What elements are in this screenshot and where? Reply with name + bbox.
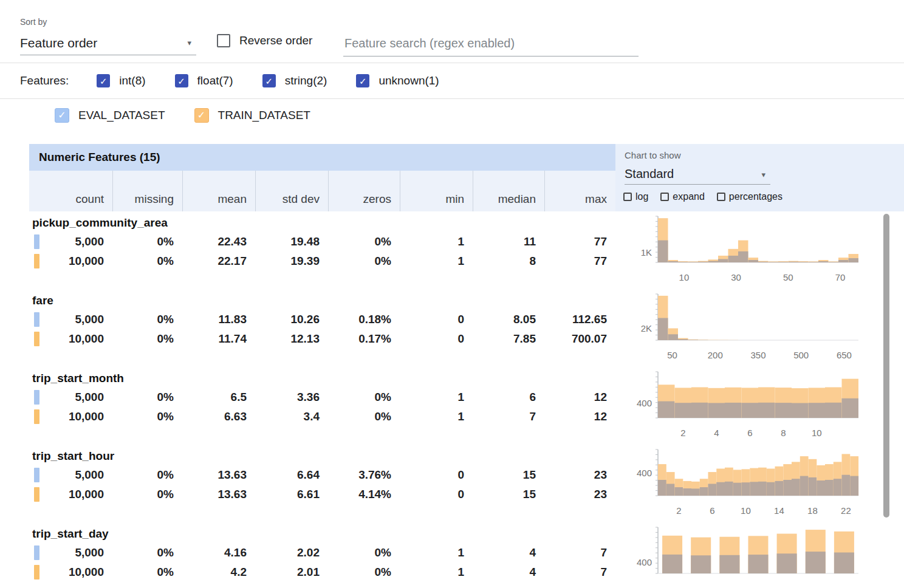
stat-cell: 7	[544, 543, 615, 562]
svg-text:50: 50	[667, 350, 677, 360]
stat-cell: 12.13	[255, 329, 328, 349]
feature-stats-rows: pickup_community_area5,0000%22.4319.480%…	[29, 211, 615, 588]
percentages-label: percentages	[729, 191, 782, 202]
table-column-headers: countmissingmeanstd devzerosminmedianmax	[29, 171, 615, 211]
feature-name: trip_start_hour	[29, 447, 615, 465]
svg-text:22: 22	[841, 505, 851, 516]
column-header-min: min	[400, 171, 473, 211]
chart-to-show-label: Chart to show	[625, 150, 681, 160]
train-stats-row: 10,0000%22.1719.390%1877	[29, 251, 615, 271]
svg-text:2: 2	[680, 428, 685, 438]
stat-cell: 3.76%	[328, 465, 400, 485]
filter-int-label: int(8)	[119, 74, 145, 87]
stat-cell: 1	[400, 562, 473, 582]
eval-color-swatch	[34, 234, 39, 249]
stat-cell: 3.4	[255, 407, 328, 426]
svg-text:10: 10	[679, 272, 690, 282]
chart-option-toggles: log expand percentages	[623, 191, 782, 202]
stat-cell: 4.16	[182, 543, 255, 562]
train-stats-row: 10,0000%13.636.614.14%01523	[29, 485, 615, 504]
eval-color-swatch	[34, 390, 39, 405]
column-header-count: count	[29, 171, 112, 211]
eval-color-swatch	[34, 468, 39, 482]
stat-cell: 10,000	[29, 407, 112, 426]
feature-name: trip_start_month	[29, 369, 615, 388]
stat-cell: 23	[544, 465, 615, 485]
train-color-swatch	[34, 254, 39, 268]
stat-cell: 0%	[328, 407, 400, 426]
stat-cell: 0%	[112, 543, 182, 562]
eval-dataset-checkbox[interactable]: ✓ EVAL_DATASET	[55, 108, 165, 123]
eval-dataset-label: EVAL_DATASET	[78, 109, 165, 122]
svg-text:8: 8	[781, 428, 786, 438]
stat-cell: 2.01	[255, 562, 328, 582]
stat-cell: 0	[400, 329, 473, 349]
log-checkbox[interactable]: log	[623, 191, 648, 202]
stat-cell: 0%	[112, 465, 182, 485]
column-header-median: median	[473, 171, 544, 211]
train-color-swatch	[34, 565, 39, 579]
stat-cell: 1	[400, 407, 473, 426]
stat-cell: 2.02	[255, 543, 328, 562]
train-color-swatch	[34, 409, 39, 424]
svg-text:4: 4	[714, 428, 719, 438]
sort-by-select[interactable]: Feature order ▾	[20, 32, 196, 55]
stat-cell: 0%	[112, 310, 182, 329]
sort-by-value: Feature order	[20, 36, 97, 50]
percentages-checkbox[interactable]: percentages	[717, 191, 782, 202]
filter-string-checkbox[interactable]: ✓ string(2)	[262, 74, 327, 87]
checkbox-checked-icon: ✓	[175, 74, 188, 87]
feature-histograms: 1K103050702K5020035050065040024681040026…	[615, 211, 887, 588]
stat-cell: 10,000	[29, 562, 112, 582]
train-stats-row: 10,0000%6.633.40%1712	[29, 407, 615, 426]
facets-overview-app: Sort by Feature order ▾ Reverse order Fe…	[0, 0, 904, 588]
stat-cell: 15	[473, 485, 544, 504]
log-label: log	[635, 191, 648, 202]
stat-cell: 10.26	[255, 310, 328, 329]
stat-cell: 6.64	[255, 465, 328, 485]
stat-cell: 77	[544, 251, 615, 271]
column-header-zeros: zeros	[328, 171, 400, 211]
chart-type-select[interactable]: Standard ▾	[625, 163, 770, 185]
stat-cell: 0.17%	[328, 329, 400, 349]
svg-text:650: 650	[837, 350, 852, 360]
stat-cell: 6.5	[182, 388, 255, 407]
stat-cell: 0%	[328, 543, 400, 562]
filter-int-checkbox[interactable]: ✓ int(8)	[97, 74, 145, 87]
stat-cell: 15	[473, 465, 544, 485]
checkbox-unchecked-icon	[217, 34, 230, 47]
filter-unknown-checkbox[interactable]: ✓ unknown(1)	[356, 74, 439, 87]
reverse-order-checkbox[interactable]: Reverse order	[217, 34, 312, 47]
stat-cell: 77	[544, 232, 615, 251]
stat-cell: 5,000	[29, 232, 112, 251]
stat-cell: 0%	[328, 251, 400, 271]
stat-cell: 7.85	[473, 329, 544, 349]
stat-cell: 700.07	[544, 329, 615, 349]
sort-by-label: Sort by	[20, 17, 47, 27]
stat-cell: 10,000	[29, 251, 112, 271]
eval-color-swatch	[34, 312, 39, 327]
svg-text:400: 400	[637, 557, 652, 567]
stat-cell: 6.63	[182, 407, 255, 426]
stat-cell: 8.05	[473, 310, 544, 329]
train-dataset-checkbox[interactable]: ✓ TRAIN_DATASET	[194, 108, 310, 123]
svg-text:350: 350	[750, 350, 765, 360]
column-header-mean: mean	[182, 171, 255, 211]
expand-checkbox[interactable]: expand	[660, 191, 705, 202]
stat-cell: 0%	[112, 329, 182, 349]
feature-name: trip_start_day	[29, 525, 615, 543]
vertical-scrollbar[interactable]	[883, 214, 889, 518]
feature-block-trip_start_day: trip_start_day5,0000%4.162.020%14710,000…	[29, 522, 615, 588]
stat-cell: 11	[473, 232, 544, 251]
histogram-trip_start_day: 400	[615, 522, 887, 588]
checkbox-checked-icon: ✓	[262, 74, 276, 87]
filter-float-checkbox[interactable]: ✓ float(7)	[175, 74, 233, 87]
feature-search-input[interactable]	[343, 30, 639, 56]
filter-unknown-label: unknown(1)	[378, 74, 439, 87]
stat-cell: 10,000	[29, 329, 112, 349]
train-dataset-label: TRAIN_DATASET	[218, 109, 310, 122]
feature-block-trip_start_month: trip_start_month5,0000%6.53.360%161210,0…	[29, 367, 615, 445]
column-header-std-dev: std dev	[255, 171, 328, 211]
stat-cell: 0	[400, 485, 473, 504]
stat-cell: 4	[473, 543, 544, 562]
